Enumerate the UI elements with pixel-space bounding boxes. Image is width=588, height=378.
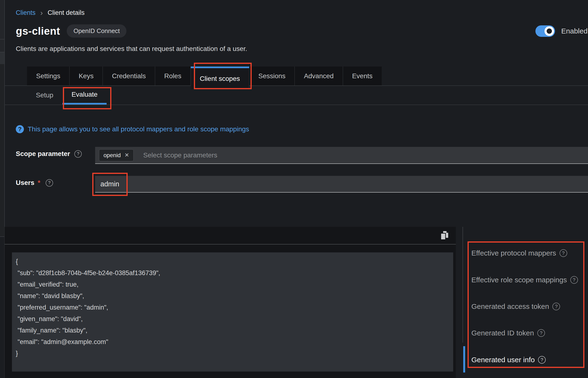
json-line: "given_name": "david",: [16, 313, 453, 325]
tab-advanced[interactable]: Advanced: [295, 67, 343, 85]
json-line: {: [16, 256, 453, 267]
users-input-value: admin: [100, 180, 119, 188]
left-nav-segment: [0, 64, 4, 237]
tab-events[interactable]: Events: [343, 67, 382, 85]
breadcrumb-clients-link[interactable]: Clients: [16, 9, 36, 16]
tabs-bar: Settings Keys Credentials Roles Client s…: [4, 67, 588, 86]
help-circle-icon: ?: [16, 125, 24, 133]
json-line: "name": "david blasby",: [16, 290, 453, 302]
json-line: "family_name": "blasby",: [16, 325, 453, 336]
json-line: }: [16, 348, 453, 359]
breadcrumb: Clients › Client details: [16, 9, 85, 16]
sidebar-item-generated-user-info[interactable]: Generated user info ?: [471, 354, 546, 365]
selected-item-bar: [463, 346, 465, 373]
page-description: Clients are applications and services th…: [16, 45, 247, 53]
tab-settings[interactable]: Settings: [27, 67, 70, 85]
help-banner[interactable]: ? This page allows you to see all protoc…: [16, 125, 249, 133]
help-icon[interactable]: ?: [537, 329, 545, 337]
left-nav-segment: [0, 237, 4, 378]
scope-parameter-help-icon[interactable]: ?: [74, 150, 82, 158]
subtab-evaluate[interactable]: Evaluate: [62, 86, 107, 105]
chip-close-icon[interactable]: ✕: [125, 152, 129, 158]
enabled-toggle-row: Enabled: [536, 25, 588, 37]
enabled-label: Enabled: [561, 27, 588, 35]
json-line: "sub": "d28f1cb8-704b-4f5e-b24e-0385af13…: [16, 267, 453, 279]
scope-chip-label: openid: [103, 152, 121, 159]
json-line: "preferred_username": "admin",: [16, 302, 453, 313]
sidebar-item-generated-id-token[interactable]: Generated ID token ?: [471, 328, 545, 338]
required-asterisk: *: [38, 179, 40, 187]
json-line: "email": "admin@example.com": [16, 336, 453, 348]
scope-parameter-label: Scope parameter: [16, 150, 70, 158]
enabled-toggle[interactable]: [536, 25, 555, 37]
left-nav-segment: [0, 0, 4, 40]
page-title: gs-client: [16, 25, 60, 37]
sidebar-item-generated-access-token[interactable]: Generated access token ?: [471, 301, 560, 312]
tab-sessions[interactable]: Sessions: [249, 67, 295, 85]
tabs: Settings Keys Credentials Roles Client s…: [27, 67, 588, 85]
sidebar-item-effective-role-scope-mappings[interactable]: Effective role scope mappings ?: [471, 275, 578, 285]
left-nav-segment: [0, 52, 4, 64]
json-result[interactable]: { "sub": "d28f1cb8-704b-4f5e-b24e-0385af…: [12, 252, 453, 372]
chevron-right-icon: ›: [40, 10, 43, 16]
subtab-setup[interactable]: Setup: [27, 86, 62, 105]
help-icon[interactable]: ?: [538, 356, 546, 364]
generated-user-info-panel: { "sub": "d28f1cb8-704b-4f5e-b24e-0385af…: [5, 227, 456, 378]
panel-divider: [462, 227, 463, 343]
sidebar-item-label: Generated user info: [471, 356, 535, 364]
subtabs-bar: Setup Evaluate: [4, 86, 588, 105]
sidebar-item-label: Effective protocol mappers: [471, 249, 556, 257]
breadcrumb-current: Client details: [48, 9, 85, 16]
tab-client-scopes[interactable]: Client scopes: [191, 67, 249, 89]
protocol-badge: OpenID Connect: [67, 24, 127, 38]
sidebar-item-label: Generated access token: [471, 302, 549, 310]
scope-parameter-placeholder: Select scope parameters: [143, 151, 217, 159]
scope-chip: openid ✕: [99, 149, 134, 161]
title-row: gs-client OpenID Connect: [16, 24, 127, 38]
tab-keys[interactable]: Keys: [70, 67, 103, 85]
users-label-row: Users * ?: [16, 179, 53, 187]
left-nav-segment: [0, 40, 4, 52]
users-input[interactable]: admin: [95, 176, 588, 193]
users-help-icon[interactable]: ?: [46, 179, 53, 187]
help-icon[interactable]: ?: [552, 303, 560, 310]
toggle-knob-icon: [545, 26, 554, 36]
scope-parameter-input[interactable]: openid ✕ Select scope parameters: [95, 147, 588, 164]
json-line: "email_verified": true,: [16, 279, 453, 290]
help-banner-text: This page allows you to see all protocol…: [28, 125, 249, 133]
users-label: Users: [16, 179, 34, 187]
left-nav-strip: [0, 0, 5, 378]
copy-icon[interactable]: [440, 230, 450, 241]
sidebar-item-label: Effective role scope mappings: [471, 276, 567, 284]
client-details-page: Clients › Client details gs-client OpenI…: [0, 0, 588, 378]
scope-parameter-label-row: Scope parameter ?: [16, 150, 82, 158]
help-icon[interactable]: ?: [560, 249, 567, 257]
sidebar-item-label: Generated ID token: [471, 329, 534, 337]
code-toolbar: [5, 227, 456, 244]
sidebar-item-effective-protocol-mappers[interactable]: Effective protocol mappers ?: [471, 248, 567, 258]
tab-roles[interactable]: Roles: [155, 67, 191, 85]
tab-credentials[interactable]: Credentials: [103, 67, 155, 85]
help-icon[interactable]: ?: [570, 276, 578, 284]
